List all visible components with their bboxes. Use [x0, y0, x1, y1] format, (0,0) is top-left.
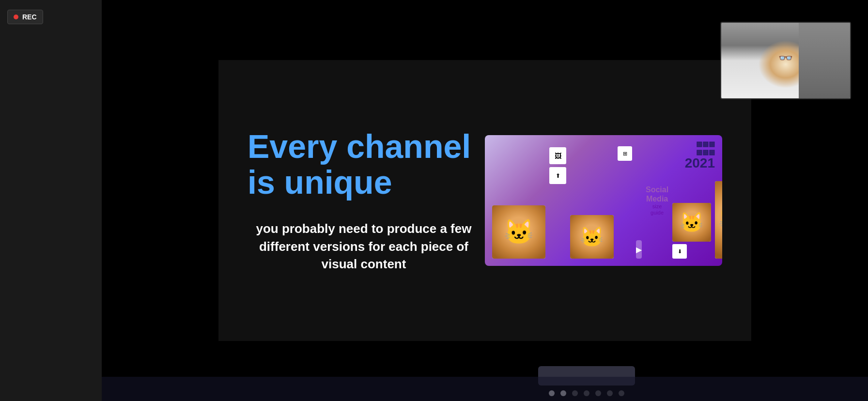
cat-card-3 — [672, 203, 711, 242]
image-icon: 🖼 — [555, 152, 561, 160]
slide-title-line2: is unique — [248, 164, 392, 200]
download-icon: ⬇ — [678, 248, 682, 255]
slide-body-text: you probably need to produce a few diffe… — [248, 220, 480, 273]
cat-face-2 — [570, 215, 614, 259]
year-small: ▩▩▩▩▩▩ — [685, 140, 715, 156]
slide-image: ▩▩▩▩▩▩ 2021 🖼 ⬆ — [485, 135, 722, 266]
social-media-label: SocialMedia — [646, 185, 668, 203]
play-button-icon[interactable]: ▶ — [636, 240, 642, 259]
cat-card-tall — [715, 181, 722, 259]
size-guide-label: size guide — [646, 203, 668, 216]
cat-face-1 — [492, 205, 545, 259]
icon-box-2: ⬆ — [549, 167, 566, 184]
upload-icon: ⬆ — [556, 172, 560, 179]
slide-image-inner: ▩▩▩▩▩▩ 2021 🖼 ⬆ — [485, 135, 722, 266]
cat-face-3 — [672, 203, 711, 242]
person-video — [721, 23, 850, 98]
icon-box-1: 🖼 — [549, 147, 566, 164]
rec-badge: REC — [7, 10, 43, 24]
icon-box-4: ⬇ — [672, 244, 687, 259]
grid-icon: ⊞ — [623, 151, 627, 157]
cat-face-tall — [715, 181, 722, 259]
rec-label: REC — [22, 13, 37, 21]
slide-title: Every channel is unique — [248, 128, 480, 201]
year-label: ▩▩▩▩▩▩ 2021 — [685, 140, 715, 170]
cat-card-2 — [570, 215, 614, 259]
camera-feed — [720, 22, 851, 99]
year-number: 2021 — [685, 155, 715, 170]
bottom-gradient-bar — [102, 377, 868, 401]
rec-indicator-icon — [14, 15, 18, 19]
icon-box-3: ⊞ — [618, 146, 632, 161]
slide-text-area: Every channel is unique you probably nee… — [248, 128, 480, 273]
left-sidebar: REC — [0, 0, 102, 401]
cat-card-1 — [492, 205, 545, 259]
slide-container: Every channel is unique you probably nee… — [218, 60, 751, 341]
slide-title-line1: Every channel — [248, 128, 471, 165]
camera-background — [799, 23, 850, 98]
